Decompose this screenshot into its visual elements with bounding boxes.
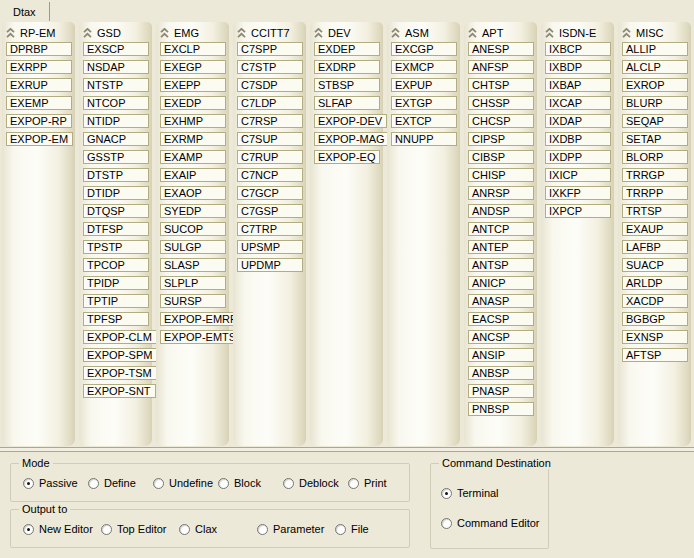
command-button-c7spp[interactable]: C7SPP xyxy=(237,42,303,56)
command-button-ixcap[interactable]: IXCAP xyxy=(545,96,611,110)
command-button-c7gcp[interactable]: C7GCP xyxy=(237,186,303,200)
command-button-c7rup[interactable]: C7RUP xyxy=(237,150,303,164)
command-button-slplp[interactable]: SLPLP xyxy=(160,276,226,290)
tab-dtax[interactable]: Dtax xyxy=(4,2,50,21)
command-button-exemp[interactable]: EXEMP xyxy=(6,96,72,110)
command-button-gsstp[interactable]: GSSTP xyxy=(83,150,149,164)
command-button-exaop[interactable]: EXAOP xyxy=(160,186,226,200)
command-button-ixbdp[interactable]: IXBDP xyxy=(545,60,611,74)
command-button-expop-rp[interactable]: EXPOP-RP xyxy=(6,114,72,128)
command-button-trrpp[interactable]: TRRPP xyxy=(622,186,688,200)
command-button-c7ncp[interactable]: C7NCP xyxy=(237,168,303,182)
command-button-expop-mag[interactable]: EXPOP-MAG xyxy=(314,132,390,146)
command-button-anicp[interactable]: ANICP xyxy=(468,276,534,290)
command-button-expup[interactable]: EXPUP xyxy=(391,78,457,92)
command-button-extcp[interactable]: EXTCP xyxy=(391,114,457,128)
command-button-chssp[interactable]: CHSSP xyxy=(468,96,534,110)
radio-output-parameter[interactable]: Parameter xyxy=(257,523,335,535)
command-button-expop-emts[interactable]: EXPOP-EMTS xyxy=(160,330,241,344)
command-button-pnbsp[interactable]: PNBSP xyxy=(468,402,534,416)
command-button-exegp[interactable]: EXEGP xyxy=(160,60,226,74)
command-button-nnupp[interactable]: NNUPP xyxy=(391,132,457,146)
command-button-c7sup[interactable]: C7SUP xyxy=(237,132,303,146)
command-button-cipsp[interactable]: CIPSP xyxy=(468,132,534,146)
command-button-tptip[interactable]: TPTIP xyxy=(83,294,149,308)
command-button-tpfsp[interactable]: TPFSP xyxy=(83,312,149,326)
double-chevron-up-icon[interactable] xyxy=(314,28,323,38)
command-button-c7stp[interactable]: C7STP xyxy=(237,60,303,74)
command-button-exrop[interactable]: EXROP xyxy=(622,78,688,92)
command-button-anbsp[interactable]: ANBSP xyxy=(468,366,534,380)
command-button-expop-eq[interactable]: EXPOP-EQ xyxy=(314,150,380,164)
command-button-bgbgp[interactable]: BGBGP xyxy=(622,312,688,326)
radio-mode-deblock[interactable]: Deblock xyxy=(283,477,348,489)
command-button-expop-dev[interactable]: EXPOP-DEV xyxy=(314,114,387,128)
command-button-andsp[interactable]: ANDSP xyxy=(468,204,534,218)
command-button-exclp[interactable]: EXCLP xyxy=(160,42,226,56)
command-button-xacdp[interactable]: XACDP xyxy=(622,294,688,308)
command-button-dtidp[interactable]: DTIDP xyxy=(83,186,149,200)
command-button-ixicp[interactable]: IXICP xyxy=(545,168,611,182)
command-button-expop-clm[interactable]: EXPOP-CLM xyxy=(83,330,157,344)
command-button-anesp[interactable]: ANESP xyxy=(468,42,534,56)
command-button-expop-em[interactable]: EXPOP-EM xyxy=(6,132,73,146)
command-button-tpidp[interactable]: TPIDP xyxy=(83,276,149,290)
command-button-examp[interactable]: EXAMP xyxy=(160,150,226,164)
command-button-ntcop[interactable]: NTCOP xyxy=(83,96,149,110)
command-button-ntstp[interactable]: NTSTP xyxy=(83,78,149,92)
radio-output-new-editor[interactable]: New Editor xyxy=(23,523,101,535)
double-chevron-up-icon[interactable] xyxy=(545,28,554,38)
command-button-dprbp[interactable]: DPRBP xyxy=(6,42,72,56)
command-button-exscp[interactable]: EXSCP xyxy=(83,42,149,56)
double-chevron-up-icon[interactable] xyxy=(83,28,92,38)
command-button-slfap[interactable]: SLFAP xyxy=(314,96,380,110)
command-button-c7rsp[interactable]: C7RSP xyxy=(237,114,303,128)
command-button-sucop[interactable]: SUCOP xyxy=(160,222,226,236)
command-button-tpcop[interactable]: TPCOP xyxy=(83,258,149,272)
command-button-ntidp[interactable]: NTIDP xyxy=(83,114,149,128)
command-button-ixpcp[interactable]: IXPCP xyxy=(545,204,611,218)
command-button-nsdap[interactable]: NSDAP xyxy=(83,60,149,74)
radio-output-top-editor[interactable]: Top Editor xyxy=(101,523,179,535)
command-button-exhmp[interactable]: EXHMP xyxy=(160,114,226,128)
command-button-c7ldp[interactable]: C7LDP xyxy=(237,96,303,110)
command-button-chtsp[interactable]: CHTSP xyxy=(468,78,534,92)
command-button-gnacp[interactable]: GNACP xyxy=(83,132,149,146)
radio-mode-print[interactable]: Print xyxy=(348,477,387,489)
command-button-excgp[interactable]: EXCGP xyxy=(391,42,457,56)
command-button-antep[interactable]: ANTEP xyxy=(468,240,534,254)
double-chevron-up-icon[interactable] xyxy=(391,28,400,38)
command-button-exnsp[interactable]: EXNSP xyxy=(622,330,688,344)
command-button-arldp[interactable]: ARLDP xyxy=(622,276,688,290)
command-button-c7sdp[interactable]: C7SDP xyxy=(237,78,303,92)
command-button-chisp[interactable]: CHISP xyxy=(468,168,534,182)
command-button-exepp[interactable]: EXEPP xyxy=(160,78,226,92)
command-button-ancsp[interactable]: ANCSP xyxy=(468,330,534,344)
command-button-ansip[interactable]: ANSIP xyxy=(468,348,534,362)
command-button-anfsp[interactable]: ANFSP xyxy=(468,60,534,74)
command-button-sursp[interactable]: SURSP xyxy=(160,294,226,308)
command-button-dtfsp[interactable]: DTFSP xyxy=(83,222,149,236)
command-button-trrgp[interactable]: TRRGP xyxy=(622,168,688,182)
double-chevron-up-icon[interactable] xyxy=(237,28,246,38)
radio-mode-passive[interactable]: Passive xyxy=(23,477,88,489)
command-button-eacsp[interactable]: EACSP xyxy=(468,312,534,326)
command-button-setap[interactable]: SETAP xyxy=(622,132,688,146)
command-button-updmp[interactable]: UPDMP xyxy=(237,258,303,272)
command-button-alclp[interactable]: ALCLP xyxy=(622,60,688,74)
command-button-c7gsp[interactable]: C7GSP xyxy=(237,204,303,218)
command-button-extgp[interactable]: EXTGP xyxy=(391,96,457,110)
radio-destination-terminal[interactable]: Terminal xyxy=(441,487,540,499)
radio-destination-command-editor[interactable]: Command Editor xyxy=(441,517,540,529)
command-button-exrpp[interactable]: EXRPP xyxy=(6,60,72,74)
command-button-exdep[interactable]: EXDEP xyxy=(314,42,380,56)
radio-mode-define[interactable]: Define xyxy=(88,477,153,489)
command-button-anrsp[interactable]: ANRSP xyxy=(468,186,534,200)
command-button-antcp[interactable]: ANTCP xyxy=(468,222,534,236)
command-button-cibsp[interactable]: CIBSP xyxy=(468,150,534,164)
command-button-anasp[interactable]: ANASP xyxy=(468,294,534,308)
command-button-c7trp[interactable]: C7TRP xyxy=(237,222,303,236)
command-button-exrup[interactable]: EXRUP xyxy=(6,78,72,92)
command-button-blurp[interactable]: BLURP xyxy=(622,96,688,110)
command-button-exedp[interactable]: EXEDP xyxy=(160,96,226,110)
